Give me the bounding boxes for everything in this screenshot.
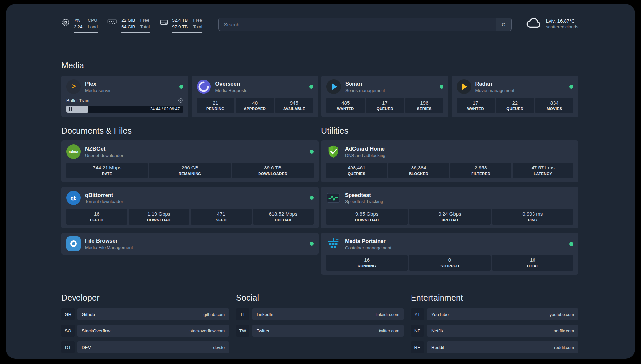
cpu-usage: 7% bbox=[74, 17, 82, 24]
pause-icon[interactable] bbox=[69, 107, 72, 111]
app-name: Plex bbox=[85, 81, 111, 87]
app-desc: Series management bbox=[345, 88, 385, 93]
stat-upload: 618.52 MbpsUPLOAD bbox=[253, 209, 314, 225]
memory-icon bbox=[107, 18, 117, 27]
stat-wanted: 485WANTED bbox=[326, 98, 365, 113]
stat-stopped: 0STOPPED bbox=[409, 255, 490, 271]
cpu-label-1: CPU bbox=[88, 17, 98, 24]
overseerr-icon bbox=[197, 79, 211, 94]
section-title-social: Social bbox=[236, 293, 404, 303]
app-desc: Torrent downloader bbox=[85, 199, 123, 204]
status-dot bbox=[179, 85, 183, 89]
bookmark-link[interactable]: Netflix netflix.com bbox=[427, 325, 578, 337]
section-title-documents: Documents & Files bbox=[61, 126, 319, 136]
card-adguard[interactable]: AdGuard Home DNS and adblocking 498,461Q… bbox=[321, 140, 578, 182]
section-title-utilities: Utilities bbox=[321, 126, 578, 136]
bookmark-abbr: DT bbox=[61, 341, 75, 353]
stat-seed: 471SEED bbox=[191, 209, 252, 225]
card-nzbget[interactable]: nzbget NZBGet Usenet downloader 744.21 M… bbox=[61, 140, 319, 182]
stat-series: 196SERIES bbox=[405, 98, 443, 113]
disk-label-2: Total bbox=[193, 24, 202, 30]
bookmark-abbr: LI bbox=[236, 308, 249, 320]
bookmark-abbr: RE bbox=[411, 341, 424, 353]
stat-download: 9.65 GbpsDOWNLOAD bbox=[326, 209, 408, 225]
app-desc: Media Requests bbox=[215, 88, 248, 93]
search-provider-button[interactable]: G bbox=[496, 18, 511, 31]
bookmark-link[interactable]: Twitter twitter.com bbox=[252, 325, 404, 337]
stat-ping: 0.993 msPING bbox=[492, 209, 573, 225]
sonarr-icon bbox=[326, 79, 341, 94]
card-speedtest[interactable]: Speedtest Speedtest Tracking 9.65 GbpsDO… bbox=[321, 187, 578, 228]
stat-filtered: 2,953FILTERED bbox=[450, 163, 511, 178]
app-name: Overseerr bbox=[215, 81, 248, 87]
playback-progress-bar[interactable]: 24:44 / 02:06:47 bbox=[66, 106, 183, 113]
portainer-icon bbox=[326, 237, 341, 251]
status-dot bbox=[310, 196, 314, 200]
app-name: Radarr bbox=[475, 81, 515, 87]
search-input[interactable] bbox=[219, 18, 496, 31]
card-plex[interactable]: > Plex Media server Bullet Train bbox=[61, 76, 188, 117]
stat-remaining: 266 GBREMAINING bbox=[149, 163, 230, 178]
bookmark-link[interactable]: YouTube youtube.com bbox=[427, 308, 578, 320]
app-name: NZBGet bbox=[85, 146, 123, 152]
stat-upload: 9.24 GbpsUPLOAD bbox=[409, 209, 490, 225]
cpu-bar bbox=[74, 32, 98, 33]
bookmark-link[interactable]: Reddit reddit.com bbox=[427, 341, 578, 353]
bookmark-youtube: YT YouTube youtube.com bbox=[411, 308, 578, 320]
status-dot bbox=[440, 85, 443, 89]
stat-downloaded: 39.6 TBDOWNLOADED bbox=[232, 163, 314, 178]
app-desc: Container management bbox=[345, 245, 391, 250]
bookmark-netflix: NF Netflix netflix.com bbox=[411, 325, 578, 337]
cloud-icon bbox=[526, 17, 542, 30]
bookmark-abbr: NF bbox=[411, 325, 424, 337]
bookmark-linkedin: LI LinkedIn linkedin.com bbox=[236, 308, 404, 320]
plex-icon: > bbox=[66, 79, 81, 94]
adguard-icon bbox=[326, 144, 341, 159]
bookmarks: Developer GH Github github.com SO StackO… bbox=[61, 293, 578, 358]
bookmark-abbr: GH bbox=[61, 308, 75, 320]
card-sonarr[interactable]: Sonarr Series management 485WANTED 17QUE… bbox=[321, 76, 448, 117]
cpu-label-2: Load bbox=[88, 24, 98, 30]
media-grid: > Plex Media server Bullet Train bbox=[61, 76, 578, 117]
memory-label-2: Total bbox=[140, 24, 150, 30]
bookmark-link[interactable]: StackOverflow stackoverflow.com bbox=[77, 325, 229, 337]
cpu-load: 3.24 bbox=[74, 24, 82, 30]
gear-icon[interactable] bbox=[178, 98, 183, 103]
memory-total: 64 GiB bbox=[121, 24, 135, 30]
card-filebrowser[interactable]: File Browser Media File Management bbox=[61, 233, 319, 255]
memory-label-1: Free bbox=[140, 17, 150, 24]
bookmark-stackoverflow: SO StackOverflow stackoverflow.com bbox=[61, 325, 229, 337]
stat-queued: 17QUEUED bbox=[366, 98, 404, 113]
app-desc: Speedtest Tracking bbox=[345, 199, 383, 204]
app-name: File Browser bbox=[85, 238, 133, 244]
bookmark-abbr: TW bbox=[236, 325, 249, 337]
bookmark-link[interactable]: LinkedIn linkedin.com bbox=[252, 308, 404, 320]
bookmark-group-social: Social LI LinkedIn linkedin.com TW Twitt… bbox=[236, 293, 404, 358]
card-qbittorrent[interactable]: qb qBittorrent Torrent downloader 16LEEC… bbox=[61, 187, 319, 228]
stat-wanted: 17WANTED bbox=[457, 98, 495, 113]
app-desc: Usenet downloader bbox=[85, 153, 123, 158]
bookmark-link[interactable]: Github github.com bbox=[77, 308, 229, 320]
disk-icon bbox=[160, 18, 168, 28]
cpu-monitor: 7%3.24 CPULoad bbox=[61, 17, 98, 33]
bookmark-abbr: YT bbox=[411, 308, 424, 320]
bookmark-group-developer: Developer GH Github github.com SO StackO… bbox=[61, 293, 229, 358]
utilities-column: Utilities AdGuard Home DNS and adblockin… bbox=[321, 126, 578, 275]
card-radarr[interactable]: Radarr Movie management 17WANTED 22QUEUE… bbox=[452, 76, 579, 117]
card-portainer[interactable]: Media Portainer Container management 16R… bbox=[321, 233, 578, 275]
disk-monitor: 52.4 TB97.9 TB FreeTotal bbox=[160, 17, 202, 33]
app-name: Speedtest bbox=[345, 192, 383, 198]
section-title-media: Media bbox=[61, 61, 578, 70]
app-desc: Movie management bbox=[475, 88, 515, 93]
stat-queued: 22QUEUED bbox=[496, 98, 534, 113]
bookmark-link[interactable]: DEV dev.to bbox=[77, 341, 229, 353]
dashboard: 7%3.24 CPULoad 22 GiB64 GiB FreeTotal bbox=[6, 4, 635, 359]
stat-latency: 47.571 msLATENCY bbox=[513, 163, 574, 178]
bookmark-abbr: SO bbox=[61, 325, 75, 337]
stat-rate: 744.21 MbpsRATE bbox=[66, 163, 148, 178]
card-overseerr[interactable]: Overseerr Media Requests 21PENDING 40APP… bbox=[192, 76, 319, 117]
stat-leech: 16LEECH bbox=[66, 209, 127, 225]
app-name: qBittorrent bbox=[85, 192, 123, 198]
qbittorrent-icon: qb bbox=[66, 191, 81, 205]
status-dot bbox=[569, 85, 573, 89]
